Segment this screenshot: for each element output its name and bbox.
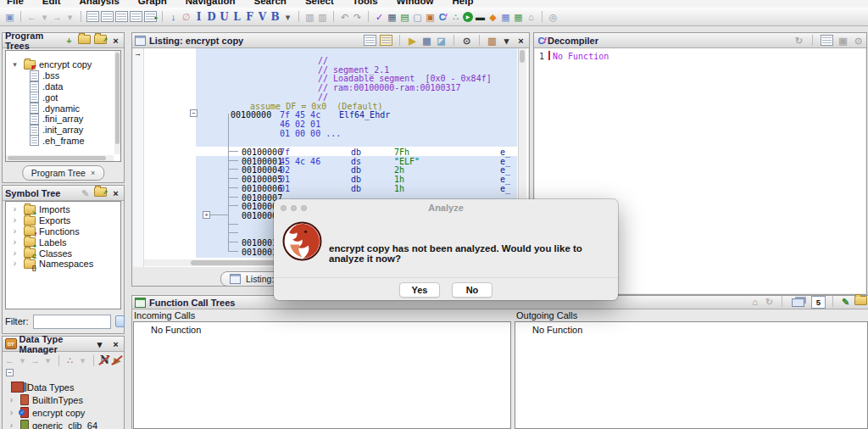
program-tree-item[interactable]: .eh_frame	[26, 136, 120, 147]
listing-field-name[interactable]: e_	[500, 165, 510, 175]
org-tree-icon[interactable]: ∴	[450, 11, 461, 23]
listing-address[interactable]: 00100000	[231, 110, 271, 120]
program-tree-view[interactable]: ◤ encrypt copy .bss.data.got.dynamic.fin…	[5, 50, 121, 162]
program-tree-item[interactable]: .data	[26, 81, 120, 92]
listing-operand[interactable]: 1h	[394, 175, 404, 184]
program-tree-hscrollbar[interactable]	[6, 155, 114, 161]
forward-icon[interactable]: →	[52, 11, 63, 23]
listing-mnemonic[interactable]: db	[351, 175, 361, 184]
refresh-icon[interactable]: ↻	[764, 296, 775, 308]
letter-d-icon[interactable]: D	[206, 11, 217, 23]
down-arrow-icon[interactable]: ↓	[168, 11, 179, 23]
outgoing-calls-value[interactable]: No Function	[515, 322, 867, 335]
letter-f-icon[interactable]: F	[244, 11, 255, 23]
back-caret-icon[interactable]: ▾	[17, 354, 28, 366]
margin-icon[interactable]: ▥	[487, 35, 498, 47]
letter-l-icon[interactable]: L	[231, 11, 242, 23]
listing-bytes[interactable]: 02	[280, 165, 290, 175]
listing-mnemonic[interactable]: db	[351, 148, 361, 157]
back-caret-icon[interactable]: ▾	[39, 11, 50, 23]
letters-caret-icon[interactable]: ▾	[282, 11, 293, 23]
program-tree-item[interactable]: .init_array	[26, 125, 120, 136]
snapshot-icon[interactable]: ⊙	[461, 35, 472, 47]
grid-edit-icon[interactable]: ▦	[387, 11, 398, 23]
binary-icon[interactable]: ▣	[425, 11, 436, 23]
listing-address[interactable]: 00100005	[242, 175, 282, 184]
forward-icon[interactable]: →	[30, 354, 41, 366]
margin-caret-icon[interactable]: ▾	[501, 35, 512, 47]
home-org-icon[interactable]: ⌂	[526, 11, 537, 23]
plate-comment[interactable]: // ram:00100000-ram:00100317	[318, 83, 461, 92]
menu-caret-icon[interactable]: ▾	[94, 338, 105, 350]
letter-u-icon[interactable]: U	[219, 11, 230, 23]
script-icon[interactable]: ▤	[399, 11, 410, 23]
expand-structure-icon[interactable]: +	[203, 211, 210, 219]
listing-bytes[interactable]: 01	[280, 184, 290, 193]
symbol-tree-item-namespaces[interactable]: {}Namespaces	[6, 259, 120, 270]
data-types-root[interactable]: Data Types	[3, 381, 124, 393]
yes-button[interactable]: Yes	[399, 282, 440, 298]
listing-field-name[interactable]: e_	[500, 148, 510, 157]
table-export-icon[interactable]: ▦	[513, 11, 524, 23]
listing-operand[interactable]: 2h	[394, 165, 404, 175]
listing-operand[interactable]: 7Fh	[394, 148, 409, 157]
back-icon[interactable]: ←	[26, 11, 37, 23]
plate-comment[interactable]: //	[318, 92, 328, 102]
refresh-icon[interactable]: ↻	[793, 35, 804, 47]
export-icon[interactable]: ▣	[837, 35, 849, 47]
listing-address[interactable]: 00100004	[242, 165, 282, 175]
listing-address[interactable]: 00100001	[242, 157, 282, 166]
data-type-archive-encrypt-copy[interactable]: encrypt copy	[3, 406, 124, 419]
letter-v-icon[interactable]: V	[257, 11, 268, 23]
page-clock-icon[interactable]: ▸	[144, 11, 157, 22]
decompiler-text[interactable]: No Function	[553, 52, 609, 61]
memory-icon[interactable]: ▬	[475, 11, 486, 23]
goto-external-icon[interactable]: ↗	[94, 35, 107, 44]
symbol-tree-view[interactable]: ↘ImportsExportsfFunctions●LabelsCClasses…	[5, 201, 121, 309]
data-type-archive-generic_clib_64[interactable]: generic_clib_64	[3, 419, 124, 429]
conflict-mode-icon[interactable]: ∴	[64, 354, 75, 366]
depth-spinner[interactable]: 5	[811, 296, 826, 309]
outgoing-calls-view[interactable]: No Function	[515, 321, 868, 429]
no-button[interactable]: No	[452, 282, 492, 298]
expand-chevron-icon[interactable]	[6, 394, 17, 406]
menu-graph[interactable]: Graph	[138, 0, 167, 6]
incoming-calls-view[interactable]: No Function	[133, 321, 511, 429]
letter-i-icon[interactable]: I	[193, 11, 204, 23]
back-icon[interactable]: ←	[4, 354, 15, 366]
filter-input[interactable]	[33, 315, 111, 329]
close-icon[interactable]: ×	[515, 35, 526, 47]
incoming-calls-value[interactable]: No Function	[134, 322, 510, 335]
structure-label[interactable]: Elf64_Ehdr	[339, 110, 390, 120]
listing-mnemonic[interactable]: db	[351, 184, 361, 193]
page-icon-1[interactable]	[86, 11, 99, 22]
plate-comment[interactable]: //	[318, 56, 328, 65]
conflict-caret-icon[interactable]: ▾	[77, 354, 88, 366]
listing-bytes[interactable]: 46 02 01	[280, 120, 320, 129]
expand-chevron-icon[interactable]	[6, 420, 17, 429]
listing-address[interactable]: 00100000	[242, 148, 282, 157]
hide-names-icon[interactable]: N	[99, 354, 110, 366]
table-icon[interactable]: ▦	[500, 11, 511, 23]
filter-config-icon[interactable]	[115, 315, 125, 327]
edit-fields-icon[interactable]: ▦	[421, 35, 432, 47]
menu-edit[interactable]: Edit	[42, 0, 61, 6]
program-tree-tab[interactable]: Program Tree ×	[22, 165, 104, 181]
redo-icon[interactable]: ↷	[352, 11, 363, 23]
menu-file[interactable]: File	[7, 0, 24, 6]
forward-caret-icon[interactable]: ▾	[64, 11, 75, 23]
analyze-dialog-titlebar[interactable]: Analyze	[274, 199, 618, 216]
symbol-tree-item-imports[interactable]: ↘Imports	[6, 204, 120, 215]
diff-icon[interactable]: ◪	[436, 35, 447, 47]
collapse-structure-icon[interactable]: −	[190, 109, 198, 117]
snapshot-icon[interactable]: ⊙	[853, 35, 864, 47]
program-tree-item[interactable]: .bss	[26, 70, 120, 81]
listing-address[interactable]: 00100006	[242, 184, 282, 193]
cursor-style-icon[interactable]: ▶	[407, 35, 418, 47]
menu-window[interactable]: Window	[397, 0, 434, 6]
listing-mnemonic[interactable]: db	[351, 165, 361, 175]
menu-select[interactable]: Select	[305, 0, 334, 6]
stamp-in-icon[interactable]: ▥	[304, 11, 315, 23]
program-tree-vscrollbar[interactable]	[114, 51, 120, 154]
program-tree-item[interactable]: .got	[26, 92, 120, 103]
